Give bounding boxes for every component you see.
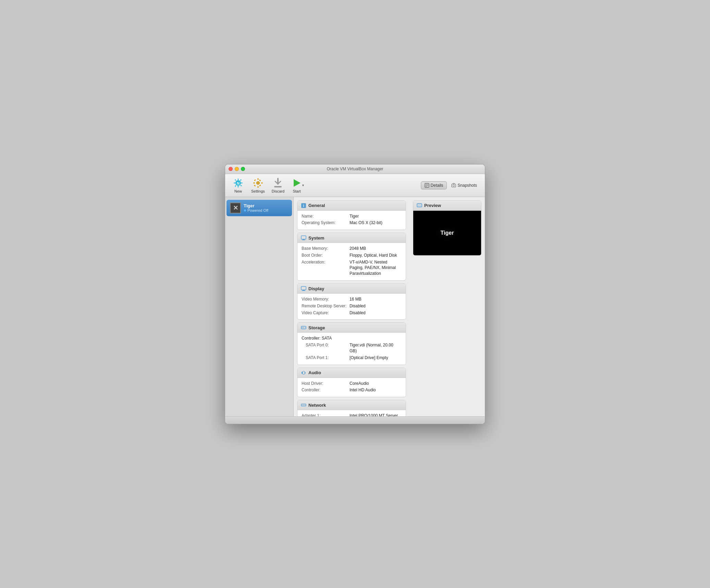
storage-port1-row: SATA Port 1: [Optical Drive] Empty: [302, 355, 402, 361]
new-button[interactable]: N New: [229, 176, 247, 195]
storage-body: Controller: SATA SATA Port 0: Tiger.vdi …: [297, 333, 406, 364]
vm-status-text: Powered Off: [247, 208, 268, 212]
preview-display: Tiger: [413, 211, 481, 255]
settings-button[interactable]: Settings: [248, 176, 268, 195]
details-tab[interactable]: Details: [421, 181, 447, 189]
general-os-value: Mac OS X (32-bit): [350, 220, 382, 226]
start-button[interactable]: Start ▼: [289, 176, 307, 195]
svg-rect-16: [259, 179, 261, 181]
display-rds-label: Remote Desktop Server:: [302, 303, 350, 309]
preview-title: Preview: [424, 203, 441, 208]
audio-controller-value: Intel HD Audio: [350, 387, 376, 393]
display-vcap-row: Video Capture: Disabled: [302, 310, 402, 316]
general-header: i General: [297, 201, 406, 211]
svg-marker-5: [235, 185, 236, 187]
svg-point-40: [305, 327, 306, 328]
storage-section: Storage Controller: SATA SATA Port 0: Ti…: [297, 322, 406, 365]
system-section: System Base Memory: 2048 MB Boot Order: …: [297, 233, 406, 281]
storage-port1-value: [Optical Drive] Empty: [350, 355, 388, 361]
audio-driver-value: CoreAudio: [350, 381, 369, 387]
svg-rect-27: [452, 184, 456, 187]
snapshots-tab[interactable]: Snapshots: [448, 181, 481, 189]
display-vmem-row: Video Memory: 16 MB: [302, 296, 402, 302]
preview-header: Preview: [413, 201, 481, 211]
svg-rect-37: [303, 290, 305, 291]
svg-marker-6: [233, 182, 235, 184]
system-boot-row: Boot Order: Floppy, Optical, Hard Disk: [302, 253, 402, 258]
svg-rect-33: [301, 236, 306, 239]
display-title: Display: [308, 286, 324, 291]
network-body: Adapter 1: Intel PRO/1000 MT Server (NAT…: [297, 410, 406, 416]
view-tabs: Details Snapshots: [421, 181, 481, 189]
svg-marker-3: [240, 185, 242, 186]
storage-title: Storage: [308, 325, 325, 330]
network-adapter-label: Adapter 1:: [302, 413, 350, 416]
audio-controller-label: Controller:: [302, 387, 350, 393]
display-section: Display Video Memory: 16 MB Remote Deskt…: [297, 283, 406, 320]
svg-rect-35: [302, 240, 305, 240]
svg-marker-1: [240, 179, 242, 181]
close-button[interactable]: [229, 167, 233, 171]
start-label: Start: [293, 189, 301, 193]
details-tab-icon: [425, 183, 429, 188]
preview-card: Preview Tiger: [413, 200, 481, 256]
snapshots-tab-icon: [451, 183, 456, 188]
minimize-button[interactable]: [235, 167, 239, 171]
new-icon: N: [233, 177, 244, 188]
title-bar: Oracle VM VirtualBox Manager: [225, 164, 485, 174]
display-body: Video Memory: 16 MB Remote Desktop Serve…: [297, 294, 406, 319]
preview-icon: [417, 203, 422, 208]
network-adapter-row: Adapter 1: Intel PRO/1000 MT Server (NAT…: [302, 413, 402, 416]
display-vcap-value: Disabled: [350, 310, 366, 316]
svg-point-44: [303, 405, 304, 405]
traffic-lights: [229, 167, 245, 171]
display-rds-row: Remote Desktop Server: Disabled: [302, 303, 402, 309]
storage-icon: [301, 325, 306, 330]
settings-label: Settings: [251, 189, 265, 193]
maximize-button[interactable]: [241, 167, 245, 171]
system-title: System: [308, 235, 324, 241]
svg-rect-15: [254, 179, 256, 181]
start-icon: [291, 177, 302, 188]
audio-icon: [301, 370, 306, 376]
general-name-row: Name: Tiger: [302, 213, 402, 219]
svg-text:N: N: [237, 181, 240, 185]
vm-status: Powered Off: [244, 208, 268, 212]
discard-icon: [272, 177, 283, 188]
storage-port0-value: Tiger.vdi (Normal, 20.00 GB): [350, 342, 402, 354]
vm-os-icon: ✕: [230, 203, 241, 213]
audio-title: Audio: [308, 370, 321, 375]
svg-point-20: [257, 182, 259, 184]
status-indicator: [244, 209, 246, 212]
system-boot-value: Floppy, Optical, Hard Disk: [350, 253, 397, 258]
svg-rect-36: [301, 286, 306, 290]
svg-rect-21: [274, 186, 282, 187]
system-memory-label: Base Memory:: [302, 246, 350, 252]
audio-driver-label: Host Driver:: [302, 381, 350, 387]
vm-sidebar: ✕ Tiger Powered Off: [225, 197, 294, 416]
discard-button[interactable]: Discard: [269, 176, 287, 195]
vm-list-item[interactable]: ✕ Tiger Powered Off: [227, 200, 292, 216]
discard-label: Discard: [272, 189, 284, 193]
storage-port0-label: SATA Port 0:: [302, 342, 350, 354]
svg-text:i: i: [303, 204, 304, 208]
network-title: Network: [308, 403, 326, 408]
start-dropdown-arrow[interactable]: ▼: [302, 184, 305, 187]
svg-rect-17: [254, 184, 256, 186]
general-name-value: Tiger: [350, 213, 359, 219]
storage-controller-value: Controller: SATA: [302, 335, 332, 341]
svg-rect-18: [259, 184, 261, 186]
network-header: Network: [297, 400, 406, 410]
svg-marker-4: [237, 186, 239, 188]
display-rds-value: Disabled: [350, 303, 366, 309]
storage-port1-label: SATA Port 1:: [302, 355, 350, 361]
preview-vm-name: Tiger: [441, 230, 454, 236]
system-body: Base Memory: 2048 MB Boot Order: Floppy,…: [297, 243, 406, 280]
system-icon: [301, 235, 306, 241]
svg-rect-34: [303, 239, 305, 240]
system-accel-row: Acceleration: VT-x/AMD-V, Nested Paging,…: [302, 259, 402, 277]
system-accel-value: VT-x/AMD-V, Nested Paging, PAE/NX, Minim…: [350, 259, 402, 277]
svg-rect-38: [302, 291, 305, 291]
display-vmem-value: 16 MB: [350, 296, 362, 302]
main-content: ✕ Tiger Powered Off: [225, 197, 485, 416]
